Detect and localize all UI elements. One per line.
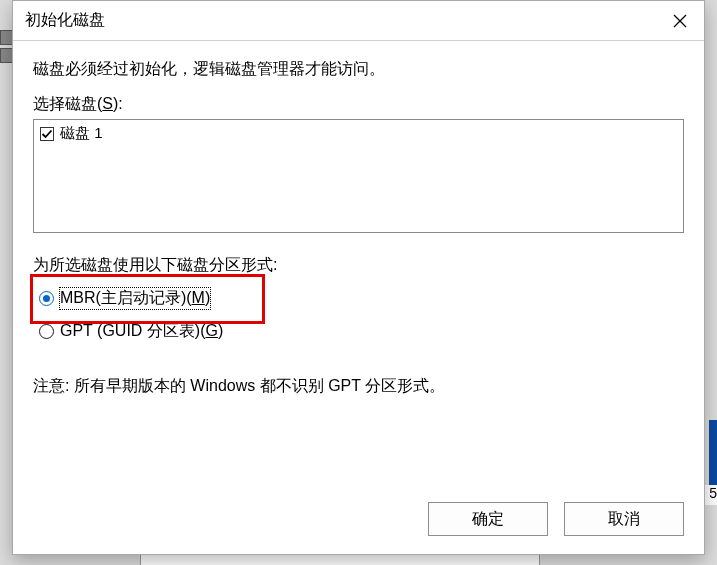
select-label-post: ):	[113, 95, 123, 112]
gpt-label-hotkey: G	[205, 322, 217, 339]
cancel-button[interactable]: 取消	[564, 502, 684, 536]
gpt-radio[interactable]	[39, 324, 54, 339]
close-button[interactable]	[656, 1, 704, 41]
mbr-radio-label: MBR(主启动记录)(M)	[60, 288, 210, 309]
background-corner: 5	[703, 485, 717, 505]
gpt-label-pre: GPT (GUID 分区表)(	[60, 322, 205, 339]
partition-style-label: 为所选磁盘使用以下磁盘分区形式:	[33, 255, 684, 276]
select-disk-label: 选择磁盘(S):	[33, 94, 684, 115]
partition-style-radio-group: MBR(主启动记录)(M) GPT (GUID 分区表)(G)	[33, 288, 684, 354]
intro-text: 磁盘必须经过初始化，逻辑磁盘管理器才能访问。	[33, 59, 684, 80]
dialog-content: 磁盘必须经过初始化，逻辑磁盘管理器才能访问。 选择磁盘(S): 磁盘 1 为所选…	[13, 41, 704, 490]
check-icon	[41, 128, 53, 140]
close-icon	[673, 14, 687, 28]
gpt-label-post: )	[218, 322, 223, 339]
radio-row-mbr[interactable]: MBR(主启动记录)(M)	[33, 288, 684, 309]
select-label-pre: 选择磁盘(	[33, 95, 102, 112]
ok-button[interactable]: 确定	[428, 502, 548, 536]
background-right	[709, 420, 717, 490]
gpt-radio-label: GPT (GUID 分区表)(G)	[60, 321, 223, 342]
radio-row-gpt[interactable]: GPT (GUID 分区表)(G)	[33, 321, 684, 342]
disk-label: 磁盘 1	[60, 124, 103, 143]
initialize-disk-dialog: 初始化磁盘 磁盘必须经过初始化，逻辑磁盘管理器才能访问。 选择磁盘(S): 磁盘…	[12, 0, 705, 555]
select-label-hotkey: S	[102, 95, 113, 112]
disk-checkbox[interactable]	[40, 127, 54, 141]
mbr-label-hotkey: M	[192, 289, 205, 306]
dialog-buttons: 确定 取消	[13, 490, 704, 554]
mbr-radio[interactable]	[39, 291, 54, 306]
disk-listbox[interactable]: 磁盘 1	[33, 119, 684, 233]
titlebar: 初始化磁盘	[13, 1, 704, 41]
mbr-label-pre: MBR(主启动记录)(	[60, 289, 192, 306]
list-item[interactable]: 磁盘 1	[40, 124, 677, 143]
note-text: 注意: 所有早期版本的 Windows 都不识别 GPT 分区形式。	[33, 376, 684, 397]
mbr-label-post: )	[205, 289, 210, 306]
dialog-title: 初始化磁盘	[25, 10, 105, 31]
